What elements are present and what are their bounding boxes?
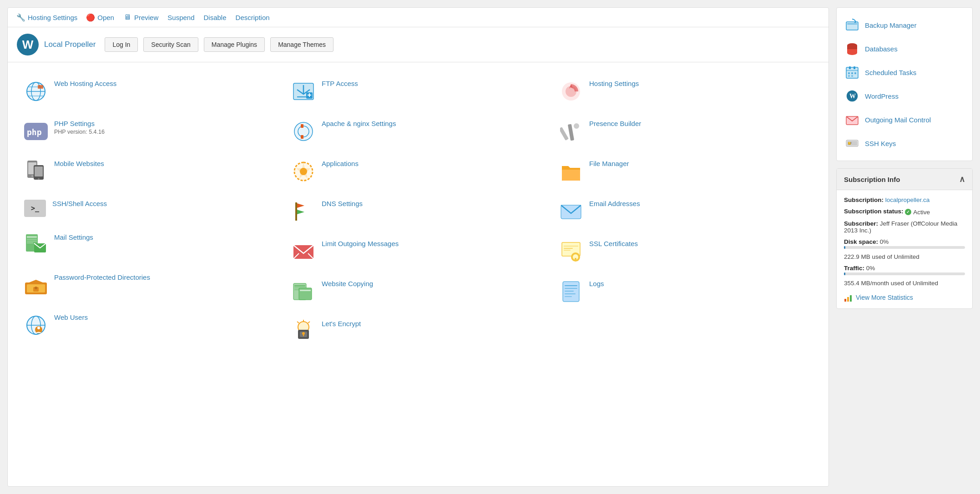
presence-builder-label[interactable]: Presence Builder (589, 120, 641, 127)
outgoing-mail-label: Outgoing Mail Control (865, 116, 931, 124)
php-label[interactable]: PHP Settings (54, 120, 105, 127)
list-item[interactable]: Password-Protected Directories (17, 265, 284, 305)
svg-point-13 (38, 178, 40, 180)
list-item[interactable]: Web Users (17, 305, 284, 345)
hosting-settings-2-icon (559, 80, 583, 103)
dns-label[interactable]: DNS Settings (322, 200, 363, 207)
list-item[interactable]: Web Hosting Access (17, 71, 284, 111)
website-copying-icon (292, 280, 315, 303)
sidebar-item-backup-manager[interactable]: Backup Manager (837, 13, 972, 37)
list-item[interactable]: File Manager (552, 151, 819, 192)
hosting-settings-2-label[interactable]: Hosting Settings (589, 80, 639, 87)
subscription-value[interactable]: localpropeller.ca (885, 197, 930, 203)
collapse-icon[interactable]: ∧ (959, 174, 965, 184)
svg-rect-64 (568, 124, 574, 141)
svg-point-40 (300, 168, 307, 175)
email-addresses-label[interactable]: Email Addresses (589, 200, 640, 207)
applications-label[interactable]: Applications (322, 160, 359, 167)
ssh-keys-icon (845, 136, 859, 151)
toolbar-hosting-settings[interactable]: 🔧 Hosting Settings (17, 13, 77, 21)
applications-icon (292, 160, 315, 183)
mail-settings-label[interactable]: Mail Settings (54, 233, 93, 241)
outgoing-mail-icon (845, 112, 859, 127)
toolbar-disable[interactable]: Disable (204, 14, 227, 21)
toolbar-open[interactable]: 🔴 Open (86, 13, 114, 21)
disk-progress-fill (844, 246, 845, 249)
list-item[interactable]: DNS Settings (284, 192, 552, 232)
list-item[interactable]: Limit Outgoing Messages (284, 232, 552, 272)
subscription-title: Subscription Info (844, 176, 900, 183)
list-item[interactable]: Logs (552, 272, 819, 312)
apache-label[interactable]: Apache & nginx Settings (322, 120, 396, 127)
lets-encrypt-label[interactable]: Let's Encrypt (322, 320, 361, 328)
sidebar-item-outgoing-mail[interactable]: Outgoing Mail Control (837, 108, 972, 131)
quick-links-panel: Backup Manager Databases (836, 7, 973, 161)
main-panel: 🔧 Hosting Settings 🔴 Open 🖥 Preview Susp… (7, 7, 829, 487)
list-item[interactable]: Email Addresses (552, 192, 819, 232)
web-hosting-label[interactable]: Web Hosting Access (54, 80, 116, 87)
svg-text:W: W (849, 93, 856, 100)
list-item[interactable]: Let's Encrypt (284, 312, 552, 352)
wp-manage-plugins-button[interactable]: Manage Plugins (204, 37, 265, 52)
list-item[interactable]: Presence Builder (552, 111, 819, 151)
svg-rect-78 (565, 291, 574, 292)
subscription-status-row: Subscription status: Active (844, 208, 965, 216)
list-item[interactable]: Website Copying (284, 272, 552, 312)
password-dir-label[interactable]: Password-Protected Directories (54, 273, 150, 281)
scheduled-tasks-label: Scheduled Tasks (865, 69, 916, 76)
ftp-label[interactable]: FTP Access (322, 80, 358, 87)
svg-rect-41 (295, 202, 297, 221)
password-dir-icon (24, 273, 48, 297)
list-item[interactable]: FTP Access (284, 71, 552, 111)
toolbar-preview[interactable]: 🖥 Preview (123, 13, 158, 21)
list-item[interactable]: Apache & nginx Settings (284, 111, 552, 151)
svg-rect-5 (38, 85, 43, 89)
ftp-icon (292, 80, 315, 103)
wp-login-button[interactable]: Log In (105, 37, 138, 52)
mobile-icon (24, 160, 48, 183)
svg-rect-63 (560, 127, 569, 141)
list-item[interactable]: Hosting Settings (552, 71, 819, 111)
file-manager-label[interactable]: File Manager (589, 160, 629, 167)
list-item[interactable]: Mail Settings (17, 225, 284, 265)
sidebar-item-ssh-keys[interactable]: SSH Keys (837, 131, 972, 155)
svg-text:php: php (27, 127, 42, 137)
sidebar-item-wordpress[interactable]: W WordPress (837, 84, 972, 108)
list-item[interactable]: >_ SSH/Shell Access (17, 192, 284, 225)
toolbar-suspend[interactable]: Suspend (167, 14, 194, 21)
file-manager-icon (559, 160, 583, 183)
sidebar-item-databases[interactable]: Databases (837, 37, 972, 60)
list-item[interactable]: Applications (284, 151, 552, 192)
limit-outgoing-label[interactable]: Limit Outgoing Messages (322, 240, 399, 247)
view-more-stats-link[interactable]: View More Statistics (844, 293, 965, 302)
svg-rect-96 (848, 75, 850, 77)
ssh-label[interactable]: SSH/Shell Access (52, 200, 107, 207)
wp-security-scan-button[interactable]: Security Scan (143, 37, 198, 52)
svg-rect-93 (848, 72, 850, 74)
backup-manager-icon (845, 18, 859, 32)
traffic-label: Traffic: (844, 265, 864, 272)
list-item[interactable]: SSL Certificates (552, 232, 819, 272)
web-users-icon (24, 313, 48, 337)
list-item[interactable]: Mobile Websites (17, 151, 284, 192)
ssl-cert-label[interactable]: SSL Certificates (589, 240, 638, 247)
svg-rect-77 (565, 288, 577, 289)
subscription-header: Subscription Info ∧ (837, 169, 972, 190)
status-value: Active (905, 209, 930, 216)
list-item[interactable]: php PHP Settings PHP version: 5.4.16 (17, 111, 284, 151)
toolbar-description[interactable]: Description (236, 14, 270, 21)
logs-label[interactable]: Logs (589, 280, 604, 287)
disk-progress-bar (844, 246, 965, 249)
ssh-keys-label: SSH Keys (865, 140, 896, 147)
wp-manage-themes-button[interactable]: Manage Themes (270, 37, 333, 52)
web-users-label[interactable]: Web Users (54, 313, 88, 321)
sidebar-item-scheduled-tasks[interactable]: Scheduled Tasks (837, 60, 972, 84)
svg-rect-109 (847, 297, 849, 302)
wp-site-name: Local Propeller (44, 40, 96, 49)
logs-icon (559, 280, 583, 303)
website-copying-label[interactable]: Website Copying (322, 280, 373, 287)
status-dot-icon (905, 209, 911, 215)
mobile-label[interactable]: Mobile Websites (54, 160, 104, 167)
svg-marker-42 (297, 203, 304, 208)
wp-bar: W Local Propeller Log In Security Scan M… (8, 27, 828, 62)
